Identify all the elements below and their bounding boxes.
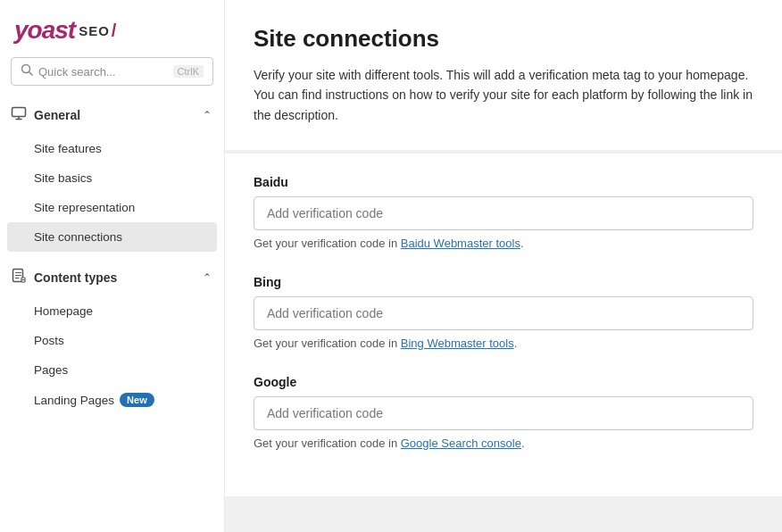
nav-section-general: General ⌃ Site features Site basics Site…	[0, 96, 224, 259]
sidebar-item-site-basics[interactable]: Site basics	[0, 163, 224, 193]
baidu-link[interactable]: Baidu Webmaster tools	[401, 237, 520, 250]
sidebar-item-homepage[interactable]: Homepage	[0, 296, 224, 326]
landing-pages-label: Landing Pages	[34, 394, 114, 407]
page-description: Verify your site with different tools. T…	[254, 65, 753, 125]
sidebar: yoast SEO / Quick search... CtrlK Gen	[0, 0, 225, 532]
logo-brand: yoast	[14, 16, 75, 45]
general-chevron-icon: ⌃	[203, 109, 212, 121]
logo-slash: /	[112, 21, 117, 41]
google-input[interactable]	[254, 396, 753, 430]
sidebar-item-landing-pages[interactable]: Landing Pages New	[0, 385, 224, 415]
content-types-nav-items: Homepage Posts Pages Landing Pages New	[0, 296, 224, 415]
google-hint: Get your verification code in Google Sea…	[254, 436, 753, 450]
sidebar-item-site-connections[interactable]: Site connections	[7, 222, 217, 252]
sidebar-item-site-features[interactable]: Site features	[0, 134, 224, 163]
logo-area: yoast SEO /	[0, 0, 224, 57]
google-label: Google	[254, 375, 753, 389]
page-header-card: Site connections Verify your site with d…	[225, 0, 782, 150]
nav-section-general-header[interactable]: General ⌃	[0, 96, 224, 134]
svg-rect-2	[12, 108, 26, 117]
logo-product: SEO	[79, 23, 110, 38]
document-icon	[11, 268, 27, 287]
general-nav-items: Site features Site basics Site represent…	[0, 134, 224, 252]
new-badge: New	[120, 393, 154, 407]
connection-google: Google Get your verification code in Goo…	[254, 375, 753, 450]
google-link[interactable]: Google Search console	[401, 436, 521, 450]
search-bar[interactable]: Quick search... CtrlK	[11, 57, 213, 86]
baidu-hint: Get your verification code in Baidu Webm…	[254, 237, 753, 250]
baidu-label: Baidu	[254, 175, 753, 189]
sidebar-item-posts[interactable]: Posts	[0, 326, 224, 355]
monitor-icon	[11, 105, 27, 125]
search-placeholder: Quick search...	[38, 65, 168, 79]
search-shortcut: CtrlK	[173, 65, 204, 78]
sidebar-item-pages[interactable]: Pages	[0, 355, 224, 385]
content-types-section-label: Content types	[34, 270, 196, 285]
page-title: Site connections	[254, 25, 753, 53]
search-icon	[21, 63, 33, 79]
connections-area: Baidu Get your verification code in Baid…	[225, 154, 782, 496]
bing-hint: Get your verification code in Bing Webma…	[254, 337, 753, 350]
nav-section-content-types-header[interactable]: Content types ⌃	[0, 259, 224, 296]
svg-line-1	[29, 72, 33, 76]
main-content: Site connections Verify your site with d…	[225, 0, 782, 532]
bing-input[interactable]	[254, 296, 753, 330]
content-types-chevron-icon: ⌃	[203, 271, 212, 284]
connection-baidu: Baidu Get your verification code in Baid…	[254, 175, 753, 250]
bing-label: Bing	[254, 275, 753, 289]
general-section-label: General	[34, 108, 196, 122]
logo: yoast SEO /	[14, 16, 210, 45]
sidebar-item-site-representation[interactable]: Site representation	[0, 193, 224, 222]
bing-link[interactable]: Bing Webmaster tools	[401, 337, 514, 350]
baidu-input[interactable]	[254, 196, 753, 230]
connection-bing: Bing Get your verification code in Bing …	[254, 275, 753, 350]
nav-section-content-types: Content types ⌃ Homepage Posts Pages Lan…	[0, 259, 224, 422]
